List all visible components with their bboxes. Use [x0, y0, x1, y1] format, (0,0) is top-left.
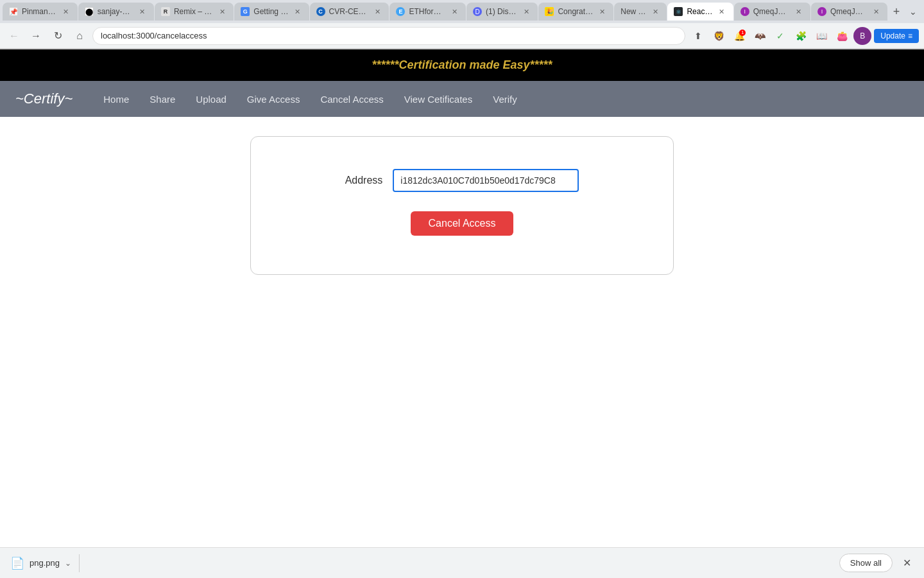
brave-reward-icon[interactable]: 🦇	[751, 27, 769, 45]
brave-icon[interactable]: 🦁	[710, 27, 728, 45]
tab-more-button[interactable]: ⌄	[905, 3, 921, 21]
tab-favicon-ethforall: E	[396, 7, 405, 16]
tab-new-tab[interactable]: New Tab ✕	[614, 3, 667, 21]
banner: ******Certification made Easy*****	[0, 49, 924, 81]
wallet-icon[interactable]: 👛	[833, 27, 851, 45]
notification-icon[interactable]: 🔔1	[730, 27, 748, 45]
tab-favicon-sanjay: ⬤	[85, 7, 94, 16]
address-form-row: Address	[345, 169, 579, 192]
new-tab-button[interactable]: +	[888, 3, 904, 21]
address-bar: ← → ↻ ⌂ ⬆ 🦁 🔔1 🦇 ✓ 🧩 📖 👛 B Update ≡	[0, 23, 924, 49]
home-button[interactable]: ⌂	[71, 27, 89, 45]
nav-verify[interactable]: Verify	[493, 94, 517, 105]
tab-react-app[interactable]: ⚛ React Ap ✕	[667, 3, 733, 21]
tab-favicon-qmeq2: I	[817, 7, 826, 16]
toolbar-right: ⬆ 🦁 🔔1 🦇 ✓ 🧩 📖 👛 B Update ≡	[689, 27, 919, 45]
nav-cancel-access[interactable]: Cancel Access	[320, 94, 383, 105]
tab-close-discord[interactable]: ✕	[521, 6, 531, 17]
back-button[interactable]: ←	[5, 27, 23, 45]
forward-button[interactable]: →	[27, 27, 45, 45]
cancel-access-card: Address Cancel Access	[250, 136, 674, 275]
reading-list-icon[interactable]: 📖	[812, 27, 830, 45]
tab-qmeq2[interactable]: I QmeqJFk1w ✕	[811, 3, 887, 21]
extensions-icon[interactable]: 🧩	[792, 27, 810, 45]
tab-close-cvr[interactable]: ✕	[372, 6, 382, 17]
tab-favicon-discord: D	[473, 7, 482, 16]
tab-label-remix: Remix – Ethe	[174, 7, 213, 16]
tab-favicon-qmeq1: I	[740, 7, 749, 16]
tab-favicon-getting-started: G	[241, 7, 250, 16]
tab-ethforall[interactable]: E ETHforAll: D ✕	[389, 3, 466, 21]
tab-close-congratulations[interactable]: ✕	[597, 6, 607, 17]
tab-favicon-pinmanager: 📌	[9, 7, 18, 16]
tab-close-remix[interactable]: ✕	[217, 6, 227, 17]
tab-favicon-react-app: ⚛	[674, 7, 683, 16]
tab-label-discord: (1) Discord	[486, 7, 517, 16]
tab-remix[interactable]: R Remix – Ethe ✕	[155, 3, 234, 21]
tab-discord[interactable]: D (1) Discord ✕	[466, 3, 538, 21]
check-icon[interactable]: ✓	[771, 27, 789, 45]
share-page-icon[interactable]: ⬆	[689, 27, 707, 45]
tab-favicon-congratulations: 🎉	[545, 7, 554, 16]
browser-chrome: 📌 Pinmanager ✕ ⬤ sanjay-sol/R ✕ R Remix …	[0, 0, 924, 49]
file-icon: 📄	[10, 556, 24, 570]
tab-close-getting-started[interactable]: ✕	[293, 6, 303, 17]
tab-label-new-tab: New Tab	[620, 7, 646, 16]
address-input[interactable]	[92, 27, 685, 45]
tab-label-pinmanager: Pinmanager	[22, 7, 57, 16]
tab-close-qmeq2[interactable]: ✕	[871, 6, 881, 17]
address-input-field[interactable]	[393, 169, 579, 192]
tab-getting-started[interactable]: G Getting Star ✕	[234, 3, 309, 21]
profile-icon[interactable]: B	[853, 27, 871, 45]
tab-close-ethforall[interactable]: ✕	[449, 6, 459, 17]
nav-brand: ~Certify~	[15, 91, 73, 107]
show-all-button[interactable]: Show all	[839, 554, 893, 572]
tab-qmeq1[interactable]: I QmeqJFk1w ✕	[734, 3, 810, 21]
tab-close-pinmanager[interactable]: ✕	[61, 6, 71, 17]
download-filename: png.png	[30, 558, 60, 568]
address-label: Address	[345, 175, 383, 186]
tab-sanjay[interactable]: ⬤ sanjay-sol/R ✕	[78, 3, 154, 21]
nav-home[interactable]: Home	[103, 94, 129, 105]
nav-upload[interactable]: Upload	[196, 94, 227, 105]
tab-label-react-app: React Ap	[687, 7, 712, 16]
tab-label-qmeq1: QmeqJFk1w	[753, 7, 790, 16]
tab-favicon-cvr: C	[316, 7, 325, 16]
tab-close-sanjay[interactable]: ✕	[137, 6, 148, 17]
download-item-png: 📄 png.png ⌄	[10, 556, 71, 570]
nav-view-certificates[interactable]: View Cetificates	[404, 94, 472, 105]
download-bar: 📄 png.png ⌄ Show all ✕	[0, 547, 924, 578]
tab-label-getting-started: Getting Star	[253, 7, 288, 16]
tab-label-qmeq2: QmeqJFk1w	[830, 7, 867, 16]
cancel-access-button[interactable]: Cancel Access	[411, 211, 514, 236]
tab-bar: 📌 Pinmanager ✕ ⬤ sanjay-sol/R ✕ R Remix …	[0, 0, 924, 23]
download-separator	[79, 554, 80, 572]
download-chevron-icon[interactable]: ⌄	[65, 559, 71, 568]
tab-close-qmeq1[interactable]: ✕	[794, 6, 804, 17]
tab-favicon-remix: R	[161, 7, 170, 16]
tab-congratulations[interactable]: 🎉 Congratulati ✕	[538, 3, 613, 21]
tab-pinmanager[interactable]: 📌 Pinmanager ✕	[3, 3, 78, 21]
tab-label-sanjay: sanjay-sol/R	[98, 7, 133, 16]
nav-give-access[interactable]: Give Access	[247, 94, 300, 105]
nav-share[interactable]: Share	[150, 94, 175, 105]
tab-cvr[interactable]: C CVR-CERTIF ✕	[310, 3, 389, 21]
tab-label-congratulations: Congratulati	[558, 7, 593, 16]
update-button[interactable]: Update ≡	[874, 29, 919, 43]
tab-close-react-app[interactable]: ✕	[717, 6, 727, 17]
main-content: Address Cancel Access	[0, 117, 924, 301]
tab-close-new-tab[interactable]: ✕	[650, 6, 660, 17]
tab-label-ethforall: ETHforAll: D	[409, 7, 445, 16]
download-bar-close-icon[interactable]: ✕	[900, 554, 914, 572]
tab-label-cvr: CVR-CERTIF	[329, 7, 369, 16]
app-content: ******Certification made Easy***** ~Cert…	[0, 49, 924, 548]
reload-button[interactable]: ↻	[49, 27, 67, 45]
navbar: ~Certify~ Home Share Upload Give Access …	[0, 81, 924, 117]
